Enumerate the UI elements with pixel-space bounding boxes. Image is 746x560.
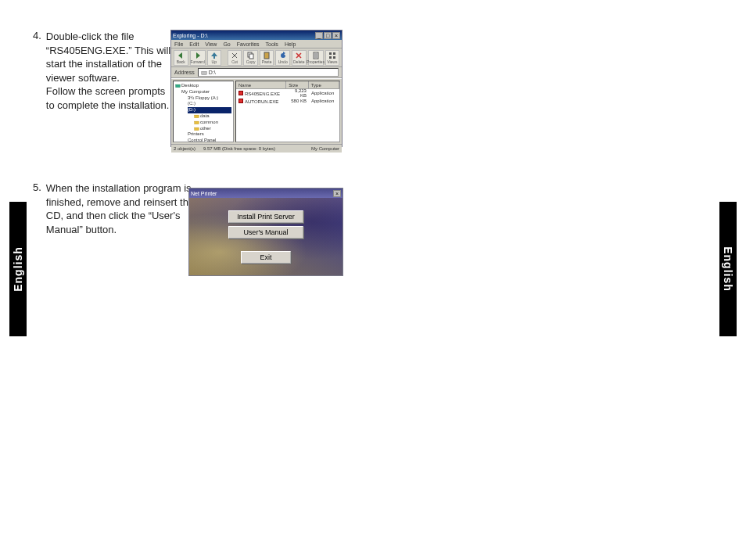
status-size: 9.57 MB (Disk free space: 0 bytes) <box>203 146 275 151</box>
installer-titlebar[interactable]: Net Printer × <box>189 188 343 198</box>
folder-tree[interactable]: Desktop My Computer 3½ Floppy (A:) (C:) … <box>173 81 234 142</box>
status-object-count: 2 object(s) <box>174 146 195 151</box>
explorer-addressbar: Address D:\ <box>171 67 342 78</box>
tree-item: Printers <box>188 131 231 138</box>
tree-item: 3½ Floppy (A:) <box>188 95 231 102</box>
toolbar-paste[interactable]: Paste <box>260 50 274 66</box>
svg-rect-7 <box>333 56 335 59</box>
step-5-number: 5. <box>33 181 41 236</box>
col-name: Name <box>236 81 286 88</box>
language-tab-right-label: English <box>722 246 734 292</box>
menu-go[interactable]: Go <box>223 41 230 47</box>
col-type: Type <box>309 81 339 88</box>
col-size: Size <box>286 81 308 88</box>
explorer-toolbar: Back Forward Up Cut Copy Paste Undo Dele… <box>171 48 342 67</box>
menu-favorites[interactable]: Favorites <box>237 41 260 47</box>
file-row[interactable]: AUTORUN.EXE 580 KB Application <box>236 97 339 105</box>
address-label: Address <box>174 70 195 75</box>
explorer-window: Exploring - D:\ _ □ × File Edit View Go … <box>170 30 343 147</box>
menu-file[interactable]: File <box>174 41 183 47</box>
install-print-server-button[interactable]: Install Print Server <box>228 210 303 223</box>
menu-view[interactable]: View <box>205 41 217 47</box>
svg-rect-2 <box>264 52 269 59</box>
explorer-title: Exploring - D:\ <box>173 33 207 38</box>
tree-item: data <box>194 113 231 120</box>
svg-rect-10 <box>195 115 199 118</box>
toolbar-up[interactable]: Up <box>207 50 222 66</box>
toolbar-forward[interactable]: Forward <box>190 50 206 66</box>
step-4-number: 4. <box>33 30 41 112</box>
address-field[interactable]: D:\ <box>198 68 339 77</box>
close-button[interactable]: × <box>333 190 341 197</box>
minimize-button[interactable]: _ <box>315 32 323 39</box>
language-tab-right: English <box>719 202 737 336</box>
toolbar-copy[interactable]: Copy <box>243 50 258 66</box>
toolbar-back[interactable]: Back <box>174 50 188 66</box>
language-tab-left-label: English <box>12 246 24 292</box>
address-value: D:\ <box>209 70 216 75</box>
toolbar-delete[interactable]: Delete <box>292 50 307 66</box>
exit-button[interactable]: Exit <box>241 251 291 264</box>
maximize-button[interactable]: □ <box>324 32 332 39</box>
toolbar-views[interactable]: Views <box>325 50 340 66</box>
toolbar-cut[interactable]: Cut <box>228 50 242 66</box>
menu-tools[interactable]: Tools <box>266 41 278 47</box>
close-button[interactable]: × <box>332 32 340 39</box>
installer-window: Net Printer × Install Print Server User'… <box>188 188 343 276</box>
step-5-text: When the installation program is finishe… <box>46 181 195 236</box>
tree-item: Control Panel <box>188 138 231 142</box>
explorer-menubar: File Edit View Go Favorites Tools Help <box>171 40 342 48</box>
toolbar-properties[interactable]: Properties <box>308 50 324 66</box>
installer-title: Net Printer <box>191 191 217 196</box>
step-4-text: Double-click the file “RS405ENG.EXE.” Th… <box>46 30 171 112</box>
file-list: Name Size Type RS405ENG.EXE 9,223 KB App… <box>235 81 340 142</box>
tree-item: other <box>194 126 231 132</box>
status-location: My Computer <box>311 146 339 151</box>
svg-rect-4 <box>329 52 332 55</box>
tree-item: common <box>194 120 231 126</box>
explorer-titlebar[interactable]: Exploring - D:\ _ □ × <box>171 31 342 40</box>
users-manual-button[interactable]: User's Manual <box>228 226 303 239</box>
exe-icon <box>239 99 243 103</box>
tree-item-selected: (D:) <box>188 107 231 113</box>
exe-icon <box>239 91 243 95</box>
svg-rect-5 <box>333 52 335 55</box>
language-tab-left: English <box>9 202 27 336</box>
svg-rect-9 <box>176 84 181 88</box>
svg-rect-6 <box>329 56 332 59</box>
toolbar-undo[interactable]: Undo <box>275 50 290 66</box>
explorer-statusbar: 2 object(s) 9.57 MB (Disk free space: 0 … <box>171 144 342 153</box>
tree-item: (C:) <box>188 101 231 107</box>
menu-help[interactable]: Help <box>285 41 296 47</box>
svg-rect-8 <box>201 71 206 74</box>
svg-rect-1 <box>249 54 253 59</box>
svg-rect-11 <box>195 121 199 124</box>
tree-item: My Computer <box>181 89 231 95</box>
file-row[interactable]: RS405ENG.EXE 9,223 KB Application <box>236 89 339 97</box>
tree-root: Desktop <box>175 83 231 89</box>
svg-rect-12 <box>195 127 199 131</box>
menu-edit[interactable]: Edit <box>189 41 199 47</box>
